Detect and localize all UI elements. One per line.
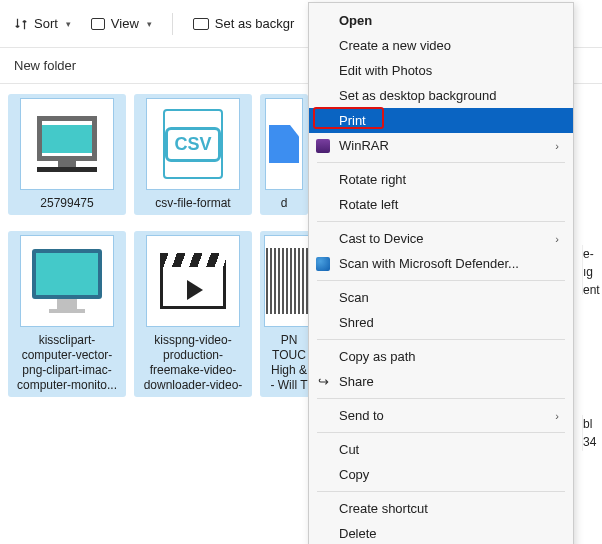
chevron-right-icon: › — [555, 410, 559, 422]
file-name: csv-file-format — [153, 196, 232, 211]
context-menu: Open Create a new video Edit with Photos… — [308, 2, 574, 544]
menu-send-to[interactable]: Send to› — [309, 403, 573, 428]
thumbnail: CSV — [146, 98, 240, 190]
menu-rotate-left[interactable]: Rotate left — [309, 192, 573, 217]
file-name: kissclipart-computer-vector-png-clipart-… — [12, 333, 122, 393]
menu-separator — [317, 221, 565, 222]
thumbnail — [264, 235, 314, 327]
file-name: 25799475 — [38, 196, 95, 211]
menu-scan-defender[interactable]: Scan with Microsoft Defender... — [309, 251, 573, 276]
file-item[interactable]: CSV csv-file-format — [134, 94, 252, 215]
menu-cut[interactable]: Cut — [309, 437, 573, 462]
imac-icon — [32, 249, 102, 299]
csv-file-icon: CSV — [163, 109, 223, 179]
monitor-icon — [37, 116, 97, 161]
thumbnail — [20, 98, 114, 190]
chevron-down-icon: ▾ — [66, 19, 71, 29]
menu-separator — [317, 162, 565, 163]
setbg-label: Set as backgr — [215, 16, 295, 31]
winrar-icon — [315, 138, 331, 154]
menu-copy-as-path[interactable]: Copy as path — [309, 344, 573, 369]
menu-winrar[interactable]: WinRAR› — [309, 133, 573, 158]
menu-set-desktop-background[interactable]: Set as desktop background — [309, 83, 573, 108]
file-name: d — [279, 196, 290, 211]
share-icon: ↪ — [315, 374, 331, 390]
view-icon — [91, 18, 105, 30]
sort-label: Sort — [34, 16, 58, 31]
file-name: kisspng-video-production-freemake-video-… — [138, 333, 248, 393]
set-background-button[interactable]: Set as backgr — [193, 16, 295, 31]
sort-button[interactable]: Sort ▾ — [14, 16, 71, 31]
clapperboard-icon — [160, 253, 226, 309]
menu-separator — [317, 398, 565, 399]
partial-item: bl 34 — [582, 415, 602, 451]
menu-share[interactable]: ↪Share — [309, 369, 573, 394]
menu-cast-to-device[interactable]: Cast to Device› — [309, 226, 573, 251]
tag-icon — [269, 125, 299, 163]
menu-separator — [317, 339, 565, 340]
file-item[interactable]: 25799475 — [8, 94, 126, 215]
file-item[interactable]: kisspng-video-production-freemake-video-… — [134, 231, 252, 397]
divider — [172, 13, 173, 35]
thumbnail — [20, 235, 114, 327]
sort-icon — [14, 17, 28, 31]
chevron-right-icon: › — [555, 233, 559, 245]
menu-create-shortcut[interactable]: Create shortcut — [309, 496, 573, 521]
background-icon — [193, 18, 209, 30]
menu-shred[interactable]: Shred — [309, 310, 573, 335]
menu-open[interactable]: Open — [309, 8, 573, 33]
thumbnail — [265, 98, 303, 190]
barcode-icon — [266, 248, 312, 314]
chevron-down-icon: ▾ — [147, 19, 152, 29]
menu-separator — [317, 280, 565, 281]
chevron-right-icon: › — [555, 140, 559, 152]
menu-copy[interactable]: Copy — [309, 462, 573, 487]
file-item[interactable]: d — [260, 94, 308, 215]
menu-separator — [317, 491, 565, 492]
view-button[interactable]: View ▾ — [91, 16, 152, 31]
thumbnail — [146, 235, 240, 327]
menu-rotate-right[interactable]: Rotate right — [309, 167, 573, 192]
menu-print[interactable]: Print — [309, 108, 573, 133]
menu-separator — [317, 432, 565, 433]
partial-item: e- ıg ent — [582, 245, 602, 295]
file-name: PN TOUC High & - Will T — [268, 333, 309, 393]
menu-delete[interactable]: Delete — [309, 521, 573, 544]
menu-scan[interactable]: Scan — [309, 285, 573, 310]
menu-edit-with-photos[interactable]: Edit with Photos — [309, 58, 573, 83]
view-label: View — [111, 16, 139, 31]
menu-create-new-video[interactable]: Create a new video — [309, 33, 573, 58]
file-item[interactable]: kissclipart-computer-vector-png-clipart-… — [8, 231, 126, 397]
defender-icon — [315, 256, 331, 272]
